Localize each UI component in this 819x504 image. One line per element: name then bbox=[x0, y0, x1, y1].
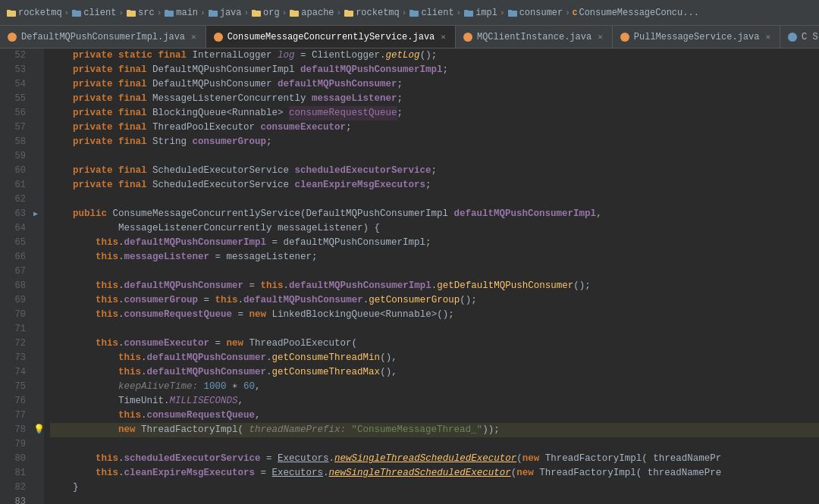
svg-rect-5 bbox=[127, 10, 130, 11]
code-line: this.defaultMQPushConsumer = this.defaul… bbox=[50, 279, 819, 293]
code-line: keepAliveTime: 1000 ∗ 60, bbox=[50, 380, 819, 394]
svg-rect-10 bbox=[252, 11, 261, 17]
tab-file-icon bbox=[214, 33, 223, 42]
breadcrumb-item[interactable]: apache bbox=[289, 8, 334, 18]
svg-rect-8 bbox=[209, 11, 218, 17]
code-line: private final DefaultMQPushConsumerImpl … bbox=[50, 63, 819, 77]
breadcrumb-item[interactable]: rocketmq bbox=[344, 8, 400, 18]
svg-rect-19 bbox=[464, 10, 468, 11]
breadcrumb-item[interactable]: consumer bbox=[507, 8, 563, 18]
code-line bbox=[50, 437, 819, 452]
breadcrumb-item[interactable]: impl bbox=[463, 8, 497, 18]
code-line: this.messageListener = messageListener; bbox=[50, 250, 819, 265]
code-editor: 52 53 54 55 56 57 58 59 60 61 62 63 64 6… bbox=[0, 49, 819, 504]
code-line bbox=[50, 265, 819, 279]
svg-rect-20 bbox=[508, 11, 517, 17]
code-line bbox=[50, 193, 819, 207]
breadcrumb-item[interactable]: java bbox=[208, 8, 242, 18]
breadcrumb-item[interactable]: src bbox=[126, 8, 155, 18]
gutter-bulb-icon[interactable]: 💡 bbox=[33, 423, 45, 437]
code-line: this.cleanExpireMsgExecutors = Executors… bbox=[50, 466, 819, 481]
tab-file-icon bbox=[463, 33, 472, 42]
code-line bbox=[50, 495, 819, 504]
svg-rect-9 bbox=[209, 10, 212, 11]
code-line: private final DefaultMQPushConsumer defa… bbox=[50, 77, 819, 92]
svg-rect-11 bbox=[252, 10, 256, 11]
code-line: TimeUnit.MILLISECONDS, bbox=[50, 394, 819, 409]
code-line: this.defaultMQPushConsumer.getConsumeThr… bbox=[50, 365, 819, 380]
svg-rect-18 bbox=[464, 11, 473, 17]
code-line: private final BlockingQueue<Runnable> co… bbox=[50, 106, 819, 121]
svg-rect-0 bbox=[7, 11, 16, 17]
tab-file-icon bbox=[788, 33, 797, 42]
code-line: private final String consumerGroup; bbox=[50, 135, 819, 149]
tab-close-button[interactable]: ✕ bbox=[190, 31, 198, 42]
tab-pull-message-service[interactable]: PullMessageService.java ✕ bbox=[613, 26, 780, 48]
tab-c-s[interactable]: C S... ✕ bbox=[780, 26, 819, 48]
svg-rect-15 bbox=[344, 10, 348, 11]
breadcrumb-file-item[interactable]: C ConsumeMessageConcu... bbox=[573, 8, 699, 18]
code-line: private final ScheduledExecutorService s… bbox=[50, 164, 819, 178]
svg-rect-4 bbox=[127, 11, 136, 17]
svg-rect-6 bbox=[165, 11, 174, 17]
tab-close-button[interactable]: ✕ bbox=[439, 31, 447, 42]
svg-rect-14 bbox=[344, 11, 353, 17]
breadcrumb-item[interactable]: client bbox=[71, 8, 116, 18]
svg-rect-16 bbox=[410, 11, 419, 17]
svg-rect-3 bbox=[72, 10, 76, 11]
tab-default-mq-push-consumer[interactable]: DefaultMQPushConsumerImpl.java ✕ bbox=[0, 26, 206, 48]
svg-rect-12 bbox=[290, 11, 299, 17]
code-line: this.consumeRequestQueue, bbox=[50, 409, 819, 423]
tab-bar: DefaultMQPushConsumerImpl.java ✕ Consume… bbox=[0, 26, 819, 49]
code-line: MessageListenerConcurrently messageListe… bbox=[50, 221, 819, 236]
code-line: private static final InternalLogger log … bbox=[50, 49, 819, 63]
tab-consume-message-concurrently[interactable]: ConsumeMessageConcurrentlyService.java ✕ bbox=[206, 26, 456, 48]
line-numbers: 52 53 54 55 56 57 58 59 60 61 62 63 64 6… bbox=[0, 49, 32, 504]
svg-rect-7 bbox=[165, 10, 168, 11]
code-line: new ThreadFactoryImpl( threadNamePrefix:… bbox=[50, 423, 819, 437]
breadcrumb-item[interactable]: org bbox=[251, 8, 280, 18]
gutter: 💡 ▶ bbox=[32, 49, 44, 504]
svg-rect-1 bbox=[7, 10, 11, 11]
svg-rect-21 bbox=[508, 10, 512, 11]
tab-file-icon bbox=[620, 33, 629, 42]
code-line: private final ScheduledExecutorService c… bbox=[50, 178, 819, 193]
code-line: private final ThreadPoolExecutor consume… bbox=[50, 121, 819, 135]
tab-close-button[interactable]: ✕ bbox=[596, 31, 604, 42]
code-line: this.consumerGroup = this.defaultMQPushC… bbox=[50, 293, 819, 308]
breadcrumb-item[interactable]: main bbox=[164, 8, 198, 18]
code-line: this.scheduledExecutorService = Executor… bbox=[50, 452, 819, 466]
gutter-arrow-icon: ▶ bbox=[33, 207, 38, 221]
code-line: this.defaultMQPushConsumerImpl = default… bbox=[50, 236, 819, 250]
code-line: private final MessageListenerConcurrentl… bbox=[50, 92, 819, 106]
code-line: public ConsumeMessageConcurrentlyService… bbox=[50, 207, 819, 221]
svg-rect-17 bbox=[410, 10, 413, 11]
svg-rect-13 bbox=[290, 10, 293, 11]
code-line: this.consumeRequestQueue = new LinkedBlo… bbox=[50, 308, 819, 322]
code-line: this.consumeExecutor = new ThreadPoolExe… bbox=[50, 337, 819, 351]
code-content[interactable]: private static final InternalLogger log … bbox=[44, 49, 819, 504]
tab-file-icon bbox=[8, 33, 17, 42]
code-line: } bbox=[50, 481, 819, 495]
breadcrumb-item[interactable]: client bbox=[409, 8, 453, 18]
code-line bbox=[50, 322, 819, 337]
breadcrumb: rocketmq › client › src › main › java › … bbox=[0, 0, 819, 26]
tab-mq-client-instance[interactable]: MQClientInstance.java ✕ bbox=[456, 26, 613, 48]
code-line: this.defaultMQPushConsumer.getConsumeThr… bbox=[50, 351, 819, 365]
svg-rect-2 bbox=[72, 11, 81, 17]
code-line bbox=[50, 149, 819, 164]
tab-close-button[interactable]: ✕ bbox=[764, 31, 772, 42]
breadcrumb-item[interactable]: rocketmq bbox=[6, 8, 62, 18]
